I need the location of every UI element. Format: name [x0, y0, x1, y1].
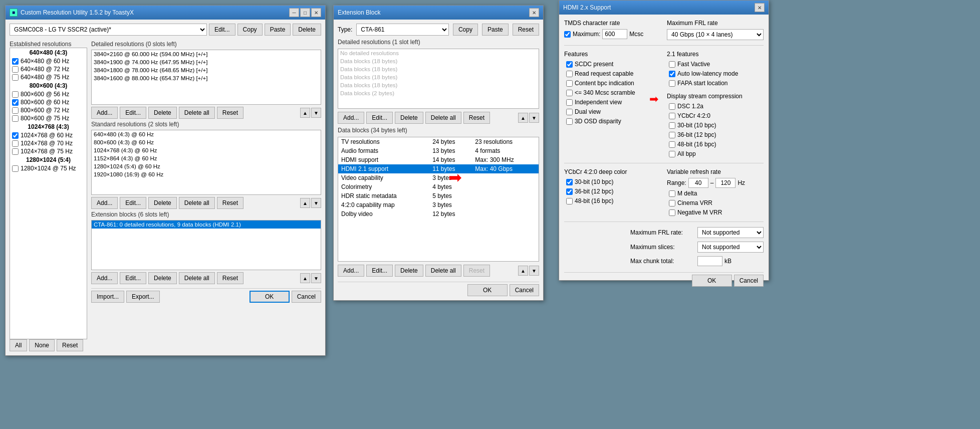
win1-cancel[interactable]: Cancel — [292, 291, 321, 303]
win1-ok[interactable]: OK — [250, 291, 290, 303]
feat-3dosd[interactable]: 3D OSD disparity — [564, 117, 661, 125]
device-select[interactable]: GSMC0C8 - LG TV SSCR2 (active)* — [10, 24, 207, 36]
ext-reset[interactable]: Reset — [217, 272, 243, 284]
ycbcr-48[interactable]: 48-bit (16 bpc) — [564, 197, 661, 205]
max-frl-select[interactable]: 40 Gbps (10 × 4 lanes) — [667, 29, 764, 40]
win2-det-3[interactable]: Data blocks (18 bytes) — [338, 65, 539, 73]
tmds-max-input[interactable] — [602, 29, 627, 39]
feat-read[interactable]: Read request capable — [564, 70, 661, 78]
win2-copy[interactable]: Copy — [453, 24, 478, 36]
max-frl-rate-select[interactable]: Not supported — [697, 227, 764, 238]
db-row-2[interactable]: Audio formats 13 bytes 4 formats — [338, 146, 539, 155]
detailed-item-2[interactable]: 3840×1900 @ 74.000 Hz (647.95 MHz) [+/+] — [92, 58, 321, 66]
feat-scdc[interactable]: SCDC present — [564, 60, 661, 68]
std-item-6[interactable]: 1920×1080 (16:9) @ 60 Hz — [92, 170, 321, 178]
vrr-negative[interactable]: Negative M VRR — [667, 208, 764, 217]
win2-close[interactable]: ✕ — [529, 8, 539, 17]
win2-db-add[interactable]: Add... — [338, 265, 364, 277]
dsc-allbpp[interactable]: All bpp — [667, 150, 764, 158]
std-down[interactable]: ▼ — [311, 198, 321, 208]
max-chunk-input[interactable] — [697, 256, 722, 266]
win2-det-delete[interactable]: Delete — [395, 112, 423, 124]
std-delete[interactable]: Delete — [148, 197, 177, 209]
db-row-1[interactable]: TV resolutions 24 bytes 23 resolutions — [338, 137, 539, 146]
feat-indview[interactable]: Independent view — [564, 98, 661, 106]
export-button[interactable]: Export... — [126, 291, 160, 303]
std-add[interactable]: Add... — [91, 197, 118, 209]
std-edit[interactable]: Edit... — [120, 197, 146, 209]
std-up[interactable]: ▲ — [300, 198, 310, 208]
range-from-input[interactable] — [688, 178, 708, 188]
win2-db-up[interactable]: ▲ — [518, 266, 528, 276]
import-button[interactable]: Import... — [91, 291, 124, 303]
win3-cancel[interactable]: Cancel — [734, 275, 764, 287]
ext-up[interactable]: ▲ — [300, 273, 310, 283]
detailed-item-1[interactable]: 3840×2160 @ 60.000 Hz (594.00 MHz) [+/+] — [92, 50, 321, 58]
ext-add[interactable]: Add... — [91, 272, 118, 284]
all-button[interactable]: All — [10, 339, 27, 351]
win2-paste[interactable]: Paste — [482, 24, 509, 36]
win2-det-up[interactable]: ▲ — [518, 113, 528, 123]
res-1024-60[interactable]: 1024×768 @ 60 Hz — [10, 131, 87, 139]
db-row-8[interactable]: 4:2:0 capability map 3 bytes — [338, 200, 539, 209]
feat-content[interactable]: Content bpc indication — [564, 79, 661, 87]
win2-det-2[interactable]: Data blocks (18 bytes) — [338, 57, 539, 65]
res-1024-70[interactable]: 1024×768 @ 70 Hz — [10, 139, 87, 147]
std-delete-all[interactable]: Delete all — [179, 197, 215, 209]
win2-det-5[interactable]: Data blocks (18 bytes) — [338, 81, 539, 89]
dsc-ycbcr[interactable]: YCbCr 4:2:0 — [667, 112, 764, 120]
res-640-72[interactable]: 640×480 @ 72 Hz — [10, 65, 87, 73]
res-640-60[interactable]: 640×480 @ 60 Hz — [10, 57, 87, 65]
detailed-edit[interactable]: Edit... — [120, 107, 146, 119]
dsc-30bit[interactable]: 30-bit (10 bpc) — [667, 121, 764, 129]
delete-button[interactable]: Delete — [293, 24, 321, 36]
detailed-reset[interactable]: Reset — [217, 107, 243, 119]
win2-det-add[interactable]: Add... — [338, 112, 364, 124]
res-1024-75[interactable]: 1024×768 @ 75 Hz — [10, 147, 87, 155]
win3-ok[interactable]: OK — [692, 275, 732, 287]
feat21-fast[interactable]: Fast Vactive — [667, 60, 764, 68]
db-row-6[interactable]: Colorimetry 4 bytes — [338, 182, 539, 191]
db-row-9[interactable]: Dolby video 12 bytes — [338, 209, 539, 219]
max-slices-select[interactable]: Not supported — [697, 242, 764, 253]
std-item-4[interactable]: 1152×864 (4:3) @ 60 Hz — [92, 154, 321, 162]
win1-maximize[interactable]: □ — [300, 8, 310, 17]
feat-scramble[interactable]: <= 340 Mcsc scramble — [564, 89, 661, 97]
db-row-3[interactable]: HDMI support 14 bytes Max: 300 MHz — [338, 155, 539, 164]
ext-edit[interactable]: Edit... — [120, 272, 146, 284]
std-reset[interactable]: Reset — [217, 197, 243, 209]
type-select[interactable]: CTA-861 — [356, 24, 449, 36]
db-row-7[interactable]: HDR static metadata 5 bytes — [338, 191, 539, 200]
ycbcr-30[interactable]: 30-bit (10 bpc) — [564, 178, 661, 186]
win2-det-1[interactable]: No detailed resolutions — [338, 49, 539, 57]
std-item-5[interactable]: 1280×1024 (5:4) @ 60 Hz — [92, 162, 321, 170]
win2-det-down[interactable]: ▼ — [529, 113, 539, 123]
paste-button[interactable]: Paste — [265, 24, 291, 36]
detailed-up[interactable]: ▲ — [300, 108, 310, 118]
dsc-36bit[interactable]: 36-bit (12 bpc) — [667, 131, 764, 139]
win1-minimize[interactable]: ─ — [289, 8, 299, 17]
res-640-75[interactable]: 640×480 @ 75 Hz — [10, 73, 87, 81]
detailed-down[interactable]: ▼ — [311, 108, 321, 118]
res-1280-75[interactable]: 1280×1024 @ 75 Hz — [10, 164, 87, 172]
ext-delete-all[interactable]: Delete all — [179, 272, 215, 284]
win2-db-down[interactable]: ▼ — [529, 266, 539, 276]
detailed-item-4[interactable]: 3840×1600 @ 88.000 Hz (654.37 MHz) [+/+] — [92, 74, 321, 82]
win2-det-reset[interactable]: Reset — [463, 112, 490, 124]
detailed-delete[interactable]: Delete — [148, 107, 177, 119]
dsc-12a[interactable]: DSC 1.2a — [667, 102, 764, 110]
range-to-input[interactable] — [715, 178, 736, 188]
std-item-3[interactable]: 1024×768 (4:3) @ 60 Hz — [92, 146, 321, 154]
feat-dual[interactable]: Dual view — [564, 108, 661, 116]
ext-down[interactable]: ▼ — [311, 273, 321, 283]
win2-db-delete-all[interactable]: Delete all — [425, 265, 461, 277]
win2-ok[interactable]: OK — [467, 284, 508, 296]
copy-button[interactable]: Copy — [237, 24, 263, 36]
win2-det-delete-all[interactable]: Delete all — [425, 112, 461, 124]
ycbcr-36[interactable]: 36-bit (12 bpc) — [564, 187, 661, 195]
win2-db-reset[interactable]: Reset — [463, 265, 490, 277]
win2-det-6[interactable]: Data blocks (2 bytes) — [338, 89, 539, 97]
feat21-fapa[interactable]: FAPA start location — [667, 79, 764, 87]
feat21-auto[interactable]: Auto low-latency mode — [667, 70, 764, 78]
detailed-add[interactable]: Add... — [91, 107, 118, 119]
